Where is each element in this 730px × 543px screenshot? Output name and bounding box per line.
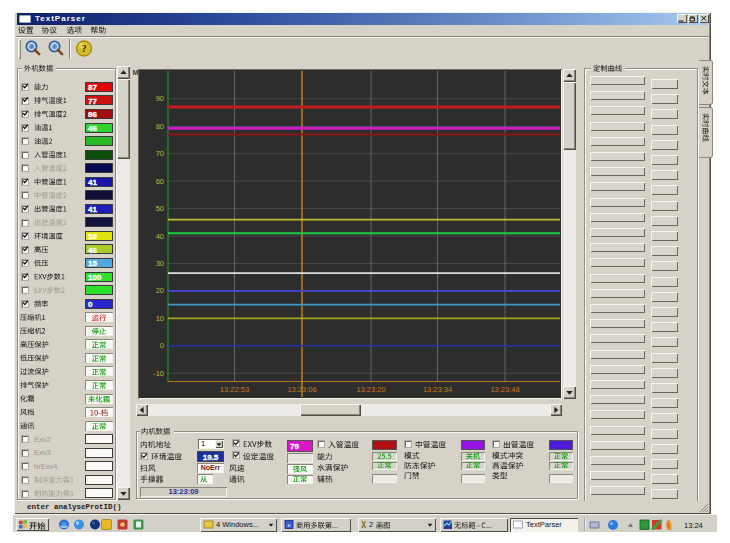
svg-text:0: 0 (88, 300, 93, 309)
svg-text:41: 41 (88, 178, 97, 187)
svg-text:100: 100 (88, 273, 102, 282)
svg-text:10: 10 (88, 232, 97, 241)
svg-text:19.5: 19.5 (203, 453, 219, 462)
svg-text:77: 77 (88, 97, 97, 106)
svg-text:e: e (288, 521, 291, 528)
svg-text:46: 46 (88, 246, 97, 255)
svg-text:41: 41 (88, 205, 97, 214)
svg-text:46: 46 (88, 124, 97, 133)
svg-text:79: 79 (290, 442, 299, 451)
svg-text:86: 86 (88, 110, 97, 119)
svg-text:15: 15 (88, 259, 97, 268)
svg-text:?: ? (82, 44, 87, 54)
svg-text:87: 87 (88, 83, 97, 92)
